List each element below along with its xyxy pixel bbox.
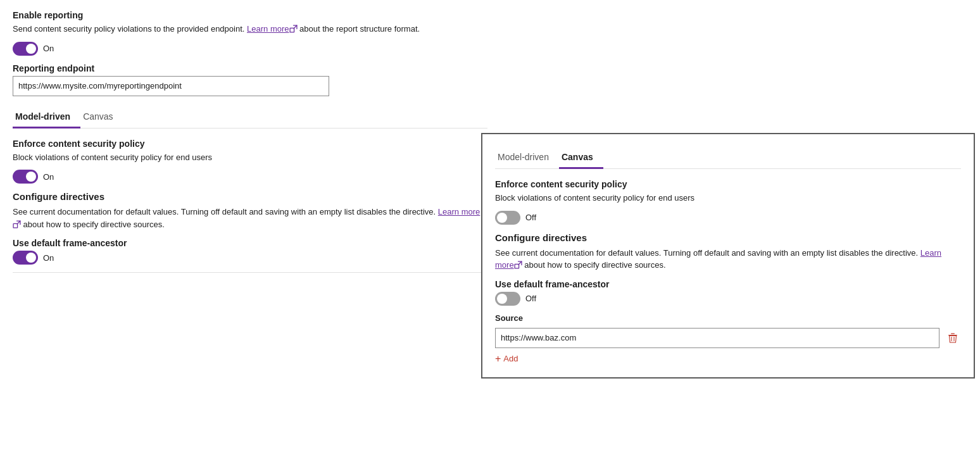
right-enforce-toggle-thumb [497,213,507,223]
add-icon: + [495,353,501,365]
right-frame-ancestor-label: Use default frame-ancestor [495,279,961,289]
left-frame-ancestor-toggle-label: On [43,253,54,263]
external-link-icon [289,25,298,33]
right-frame-ancestor-section: Use default frame-ancestor Off [495,279,961,306]
svg-line-5 [518,261,522,265]
right-tab-model-driven[interactable]: Model-driven [495,147,559,169]
left-tab-canvas[interactable]: Canvas [80,106,123,128]
right-configure-section: Configure directives See current documen… [495,232,961,272]
enable-reporting-toggle-thumb [26,44,36,54]
add-source-button[interactable]: + Add [495,353,518,365]
left-configure-desc: See current documentation for default va… [13,206,487,230]
left-frame-ancestor-toggle-wrapper: On [13,251,487,265]
left-frame-ancestor-toggle-track [13,251,38,265]
right-enforce-title: Enforce content security policy [495,179,961,189]
reporting-endpoint-section: Reporting endpoint [13,63,487,106]
left-enforce-section: Enforce content security policy Block vi… [13,139,487,184]
left-enforce-desc: Block violations of content security pol… [13,151,487,164]
left-frame-ancestor-toggle-thumb [26,253,36,263]
svg-line-3 [17,221,20,224]
right-configure-external-link-icon [514,261,522,269]
right-enforce-toggle-label: Off [525,213,536,222]
left-enforce-toggle-thumb [26,172,36,182]
left-tabs: Model-driven Canvas [13,106,487,128]
left-configure-learn-more-link[interactable]: Learn more [438,207,480,216]
svg-line-1 [294,25,297,28]
left-tab-model-driven[interactable]: Model-driven [13,106,80,128]
reporting-endpoint-label: Reporting endpoint [13,63,487,73]
enable-reporting-toggle-track [13,42,38,56]
left-enforce-toggle[interactable] [13,170,38,184]
right-frame-ancestor-toggle-label: Off [525,294,536,303]
left-frame-ancestor-toggle[interactable] [13,251,38,265]
left-enforce-toggle-wrapper: On [13,170,487,184]
right-frame-ancestor-toggle-track [495,292,520,306]
enable-reporting-section: Enable reporting Send content security p… [13,10,487,56]
right-tabs: Model-driven Canvas [495,147,961,169]
right-enforce-toggle-track [495,211,520,225]
source-input[interactable] [495,328,939,348]
enable-reporting-title: Enable reporting [13,10,487,20]
right-source-label: Source [495,313,961,323]
enable-reporting-toggle[interactable] [13,42,38,56]
left-divider [13,272,487,273]
right-enforce-section: Enforce content security policy Block vi… [495,179,961,225]
svg-rect-7 [951,333,955,334]
left-configure-title: Configure directives [13,191,487,202]
left-configure-section: Configure directives See current documen… [13,191,487,230]
add-label: Add [503,354,518,363]
left-frame-ancestor-section: Use default frame-ancestor On [13,238,487,265]
left-enforce-toggle-label: On [43,172,54,182]
right-configure-desc: See current documentation for default va… [495,247,961,272]
delete-icon [947,332,958,344]
right-enforce-toggle[interactable] [495,211,520,225]
right-tab-canvas[interactable]: Canvas [559,147,603,169]
enable-reporting-toggle-wrapper: On [13,42,487,56]
left-configure-external-link-icon [13,220,21,228]
right-enforce-desc: Block violations of content security pol… [495,192,961,204]
right-panel: Model-driven Canvas Enforce content secu… [481,133,975,379]
enable-reporting-learn-more-link[interactable]: Learn more [247,24,289,34]
right-configure-title: Configure directives [495,232,961,243]
right-frame-ancestor-toggle[interactable] [495,292,520,306]
left-panel: Enable reporting Send content security p… [13,10,487,280]
enable-reporting-toggle-label: On [43,44,54,53]
source-row [495,328,961,348]
right-source-section: Source + Add [495,313,961,365]
right-enforce-toggle-wrapper: Off [495,211,961,225]
right-frame-ancestor-toggle-thumb [497,294,507,304]
right-frame-ancestor-toggle-wrapper: Off [495,292,961,306]
left-frame-ancestor-label: Use default frame-ancestor [13,238,487,248]
enable-reporting-desc: Send content security policy violations … [13,23,487,35]
left-enforce-title: Enforce content security policy [13,139,487,149]
delete-source-button[interactable] [945,330,961,346]
left-enforce-toggle-track [13,170,38,184]
reporting-endpoint-input[interactable] [13,76,329,96]
